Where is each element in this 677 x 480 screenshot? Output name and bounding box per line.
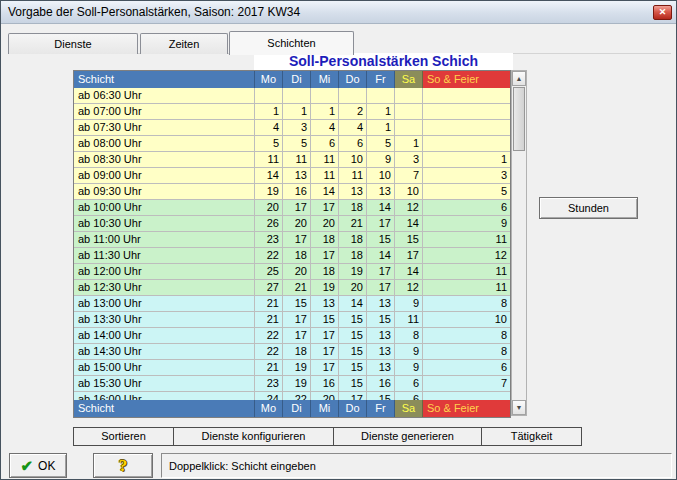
table-row[interactable]: ab 16:00 Uhr24222017156	[74, 392, 510, 400]
table-row[interactable]: ab 11:00 Uhr23171818151511	[74, 232, 510, 248]
cell-value[interactable]: 14	[311, 184, 339, 200]
cell-value[interactable]: 5	[423, 184, 510, 200]
cell-value[interactable]: 17	[367, 280, 395, 296]
cell-value[interactable]: 18	[311, 264, 339, 280]
cell-value[interactable]: 19	[339, 264, 367, 280]
cell-value[interactable]: 4	[339, 120, 367, 136]
cell-value[interactable]: 17	[311, 344, 339, 360]
cell-value[interactable]: 6	[311, 136, 339, 152]
cell-value[interactable]: 19	[311, 280, 339, 296]
cell-value[interactable]: 17	[395, 248, 423, 264]
cell-value[interactable]: 9	[395, 296, 423, 312]
cell-value[interactable]: 23	[255, 232, 283, 248]
cell-value[interactable]: 22	[283, 392, 311, 400]
table-row[interactable]: ab 11:30 Uhr22181718141712	[74, 248, 510, 264]
cell-value[interactable]: 7	[423, 376, 510, 392]
cell-value[interactable]: 18	[311, 232, 339, 248]
table-row[interactable]: ab 15:30 Uhr231916151667	[74, 376, 510, 392]
cell-value[interactable]: 16	[311, 376, 339, 392]
cell-value[interactable]: 11	[395, 312, 423, 328]
cell-value[interactable]: 22	[255, 328, 283, 344]
cell-value[interactable]: 11	[423, 232, 510, 248]
cell-value[interactable]: 17	[283, 328, 311, 344]
cell-value[interactable]: 7	[395, 168, 423, 184]
cell-value[interactable]: 18	[283, 248, 311, 264]
table-row[interactable]: ab 08:00 Uhr556651	[74, 136, 510, 152]
table-row[interactable]: ab 14:30 Uhr221817151398	[74, 344, 510, 360]
cell-value[interactable]: 11	[423, 280, 510, 296]
cell-value[interactable]: 11	[311, 152, 339, 168]
cell-value[interactable]: 14	[367, 200, 395, 216]
cell-value[interactable]: 17	[283, 200, 311, 216]
table-row[interactable]: ab 13:30 Uhr21171515151110	[74, 312, 510, 328]
tab-schichten[interactable]: Schichten	[229, 31, 354, 55]
cell-value[interactable]: 15	[339, 344, 367, 360]
cell-value[interactable]: 19	[283, 376, 311, 392]
action-tätigkeit[interactable]: Tätigkeit	[481, 427, 582, 446]
cell-value[interactable]: 4	[255, 120, 283, 136]
cell-value[interactable]: 17	[339, 392, 367, 400]
cell-value[interactable]: 8	[423, 328, 510, 344]
cell-value[interactable]: 17	[311, 200, 339, 216]
table-row[interactable]: ab 07:30 Uhr43441	[74, 120, 510, 136]
cell-value[interactable]: 13	[367, 296, 395, 312]
cell-value[interactable]: 15	[367, 232, 395, 248]
cell-value[interactable]: 27	[255, 280, 283, 296]
cell-value[interactable]: 14	[395, 216, 423, 232]
table-row[interactable]: ab 13:00 Uhr211513141398	[74, 296, 510, 312]
cell-value[interactable]: 18	[339, 248, 367, 264]
cell-value[interactable]: 9	[423, 216, 510, 232]
cell-value[interactable]	[423, 88, 510, 104]
cell-value[interactable]: 19	[283, 360, 311, 376]
cell-value[interactable]: 16	[367, 376, 395, 392]
cell-value[interactable]: 3	[423, 168, 510, 184]
cell-value[interactable]: 24	[255, 392, 283, 400]
cell-value[interactable]	[423, 120, 510, 136]
cell-value[interactable]	[283, 88, 311, 104]
cell-value[interactable]: 21	[255, 296, 283, 312]
cell-value[interactable]	[395, 104, 423, 120]
cell-value[interactable]: 21	[255, 312, 283, 328]
cell-value[interactable]: 15	[339, 376, 367, 392]
tab-zeiten[interactable]: Zeiten	[140, 33, 228, 54]
cell-value[interactable]: 10	[367, 168, 395, 184]
cell-value[interactable]: 11	[255, 152, 283, 168]
cell-value[interactable]: 15	[339, 328, 367, 344]
cell-value[interactable]: 14	[255, 168, 283, 184]
cell-value[interactable]: 17	[367, 216, 395, 232]
cell-value[interactable]: 17	[311, 360, 339, 376]
scroll-down-icon[interactable]: ▼	[512, 400, 526, 415]
cell-value[interactable]: 3	[395, 152, 423, 168]
cell-value[interactable]: 1	[283, 104, 311, 120]
cell-value[interactable]: 12	[423, 248, 510, 264]
ok-button[interactable]: ✔ OK	[9, 453, 67, 478]
cell-value[interactable]: 15	[339, 312, 367, 328]
cell-value[interactable]: 13	[283, 168, 311, 184]
cell-value[interactable]: 19	[255, 184, 283, 200]
action-dienste-konfigurieren[interactable]: Dienste konfigurieren	[173, 427, 334, 446]
scrollbar-thumb[interactable]	[513, 87, 525, 151]
table-row[interactable]: ab 09:30 Uhr1916141313105	[74, 184, 510, 200]
cell-value[interactable]: 20	[283, 264, 311, 280]
cell-value[interactable]: 5	[283, 136, 311, 152]
cell-value[interactable]: 1	[311, 104, 339, 120]
cell-value[interactable]: 16	[283, 184, 311, 200]
cell-value[interactable]: 8	[423, 296, 510, 312]
cell-value[interactable]: 22	[255, 248, 283, 264]
cell-value[interactable]: 18	[339, 200, 367, 216]
cell-value[interactable]: 1	[255, 104, 283, 120]
tab-dienste[interactable]: Dienste	[8, 33, 138, 54]
cell-value[interactable]: 13	[311, 296, 339, 312]
cell-value[interactable]: 13	[367, 360, 395, 376]
cell-value[interactable]	[395, 120, 423, 136]
cell-value[interactable]: 17	[283, 232, 311, 248]
cell-value[interactable]: 14	[339, 296, 367, 312]
table-row[interactable]: ab 15:00 Uhr211917151396	[74, 360, 510, 376]
cell-value[interactable]: 6	[395, 376, 423, 392]
cell-value[interactable]: 10	[423, 312, 510, 328]
cell-value[interactable]: 9	[367, 152, 395, 168]
cell-value[interactable]: 17	[283, 312, 311, 328]
cell-value[interactable]: 15	[311, 312, 339, 328]
table-row[interactable]: ab 10:30 Uhr2620202117149	[74, 216, 510, 232]
cell-value[interactable]: 21	[339, 216, 367, 232]
